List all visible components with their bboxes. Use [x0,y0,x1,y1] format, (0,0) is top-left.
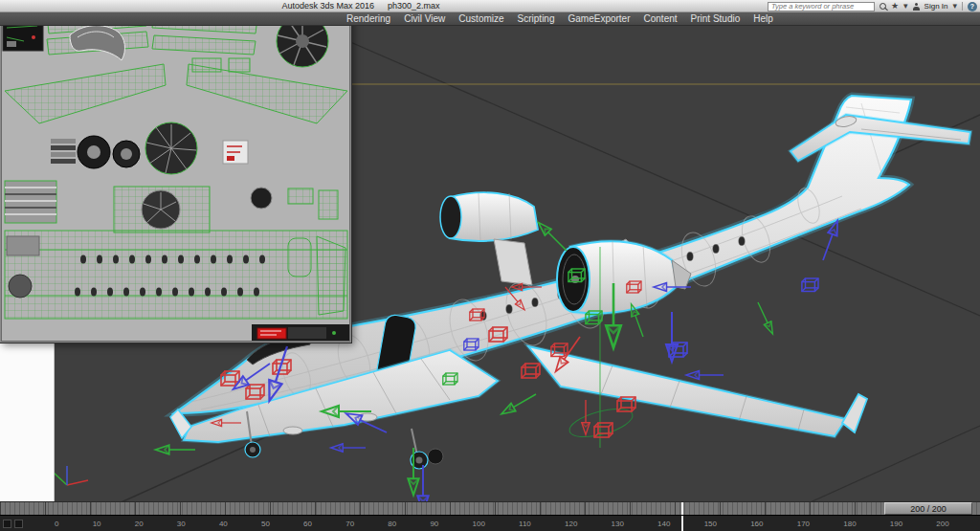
menu-item[interactable]: GameExporter [561,13,636,24]
time-slider-track[interactable]: 200 / 200 [0,501,980,515]
frame-number: 120 [565,520,577,528]
separator [962,2,963,11]
favorites-star-icon[interactable]: ★ [891,2,899,11]
favorites-caret-icon[interactable]: ▾ [903,2,908,11]
frame-number: 70 [345,520,354,528]
frame-number: 100 [472,520,484,528]
menu-item[interactable]: Scripting [511,13,562,24]
frame-number: 50 [261,520,270,528]
menu-item[interactable]: Customize [452,13,510,24]
frame-number: 180 [843,520,856,528]
frame-number: 190 [890,520,902,528]
frame-number: 130 [612,520,624,528]
search-icon[interactable] [880,3,886,10]
red-badge [257,328,286,339]
uv-decal-sheet [223,141,248,164]
trackbar-key-marker[interactable] [681,516,683,531]
infocenter: ★ ▾ Sign In ▾ ? [768,1,977,11]
menu-item[interactable]: Content [637,13,684,24]
time-slider-key-marker[interactable] [681,502,683,516]
frame-number: 90 [430,520,438,528]
uv-editor-window[interactable] [0,8,351,343]
menu-item[interactable]: Rendering [340,13,397,24]
frame-number: 160 [750,520,763,528]
window-title: Autodesk 3ds Max 2016ph300_2.max [0,1,722,11]
frame-number: 10 [93,520,101,528]
sign-in-button[interactable]: Sign In [924,2,948,11]
uv-bottom-strip [252,324,350,342]
menu-item[interactable]: Civil View [397,13,452,24]
uv-fuselage-skins [5,231,347,319]
user-icon [913,3,920,11]
trackbar-button-filters[interactable] [14,520,23,528]
uv-editor-canvas[interactable] [1,9,350,342]
track-bar[interactable]: 0102030405060708090100110120130140150160… [0,515,980,531]
far-wing [528,346,867,436]
sign-in-caret-icon[interactable]: ▾ [952,2,957,11]
frame-number: 200 [936,520,948,528]
document-name: ph300_2.max [388,1,440,11]
menu-item[interactable]: Help [746,13,780,24]
frame-ruler: 0102030405060708090100110120130140150160… [55,520,949,528]
frame-number: 80 [388,520,396,528]
frame-number: 140 [657,520,670,528]
uv-fan-disc [145,122,197,174]
background-window-strip [0,343,55,501]
axis-tripod-icon [54,466,88,485]
frame-number: 170 [797,520,810,528]
frame-number: 150 [704,520,717,528]
frame-number: 30 [177,520,186,528]
title-bar[interactable]: Autodesk 3ds Max 2016ph300_2.max ★ ▾ Sig… [0,0,980,12]
menu-bar: RenderingCivil ViewCustomizeScriptingGam… [0,12,980,26]
app-name: Autodesk 3ds Max 2016 [281,1,374,11]
uv-striped-panel [5,181,56,223]
app-window: Autodesk 3ds Max 2016ph300_2.max ★ ▾ Sig… [0,0,980,531]
frame-number: 0 [55,520,58,528]
far-engine [440,192,538,285]
frame-number: 110 [519,520,531,528]
menu-item[interactable]: Print Studio [684,13,747,24]
frame-number: 40 [219,520,228,528]
frame-number: 20 [135,520,144,528]
time-slider-handle[interactable]: 200 / 200 [884,502,972,515]
trackbar-button-open-minicurve[interactable] [3,520,11,528]
uv-wheel-textures [51,136,140,168]
help-icon[interactable]: ? [968,2,977,11]
search-input[interactable] [768,2,875,11]
frame-number: 60 [303,520,312,528]
